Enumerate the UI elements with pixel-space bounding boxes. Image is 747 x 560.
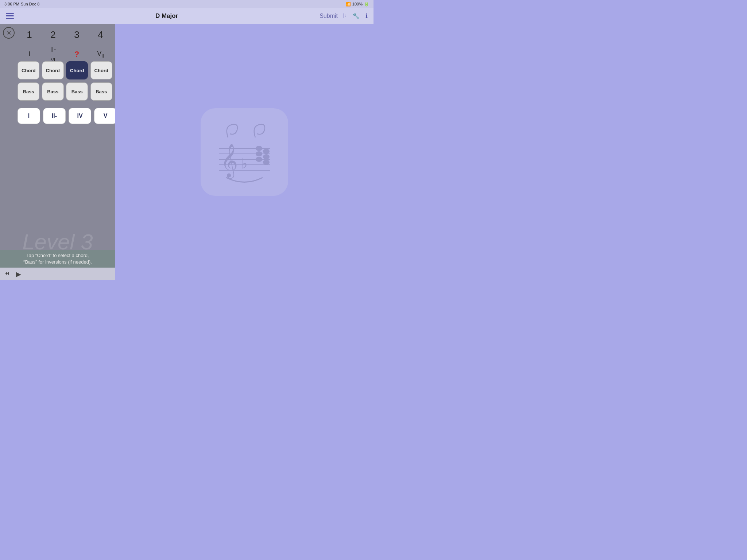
bass-button-4[interactable]: Bass xyxy=(90,82,112,101)
roman-4: VII xyxy=(90,50,112,59)
battery-label: 100% xyxy=(352,2,363,6)
roman-1: I xyxy=(19,50,40,58)
positions-row: 1 2 3 4 xyxy=(18,29,112,40)
right-panel: 𝄞 ♭ xyxy=(115,24,374,280)
close-button[interactable]: ✕ xyxy=(3,27,15,39)
roman-3: ? xyxy=(66,50,88,59)
status-date: Sun Dec 8 xyxy=(21,2,39,6)
svg-point-8 xyxy=(256,151,262,156)
position-2: 2 xyxy=(42,29,64,40)
chord-button-2[interactable]: Chord xyxy=(42,61,64,79)
chord-button-3[interactable]: Chord xyxy=(66,61,88,79)
nav-bar: D Major Submit 𝄆 🔧 ℹ xyxy=(0,8,374,24)
instruction-line-1: Tap “Chord” to select a chord, xyxy=(26,253,89,258)
roman-2: II-VI xyxy=(42,46,64,63)
status-time: 3:06 PM xyxy=(4,2,19,6)
info-icon[interactable]: ℹ xyxy=(365,12,368,19)
svg-text:𝄞: 𝄞 xyxy=(221,144,238,179)
settings-icon[interactable]: 🔧 xyxy=(352,12,360,19)
position-3: 3 xyxy=(66,29,88,40)
instruction-text: Tap “Chord” to select a chord, “Bass” fo… xyxy=(23,252,92,265)
status-bar: 3:06 PM Sun Dec 8 📶 100% 🔋 xyxy=(0,0,374,8)
answer-button-V[interactable]: V xyxy=(94,108,117,124)
bass-button-3[interactable]: Bass xyxy=(66,82,88,101)
chord-button-4[interactable]: Chord xyxy=(90,61,112,79)
hamburger-line-1 xyxy=(6,13,14,14)
roman-row: I II-VI ? VII xyxy=(18,46,112,63)
app-icon: 𝄞 ♭ xyxy=(201,108,288,196)
submit-button[interactable]: Submit xyxy=(320,13,338,19)
wifi-icon: 📶 xyxy=(346,2,351,7)
svg-point-7 xyxy=(256,146,262,151)
answer-button-II[interactable]: II- xyxy=(43,108,66,124)
hamburger-line-2 xyxy=(6,15,14,16)
playback-bar: ⏮ ▶ xyxy=(0,268,115,280)
answer-button-IV[interactable]: IV xyxy=(69,108,91,124)
chord-grid: Chord Chord Chord Chord Bass Bass Bass B… xyxy=(18,61,112,101)
hamburger-line-3 xyxy=(6,18,14,19)
instruction-line-2: “Bass” for inversions (if needed). xyxy=(23,259,92,265)
svg-point-12 xyxy=(263,160,270,165)
position-1: 1 xyxy=(19,29,40,40)
battery-icon: 🔋 xyxy=(364,2,369,7)
left-panel: ✕ 1 2 3 4 I II-VI ? VII Chord Chord Chor… xyxy=(0,24,115,280)
nav-right-group: Submit 𝄆 🔧 ℹ xyxy=(320,12,368,19)
status-right: 📶 100% 🔋 xyxy=(346,2,369,7)
instruction-bar: Tap “Chord” to select a chord, “Bass” fo… xyxy=(0,250,115,268)
position-4: 4 xyxy=(90,29,112,40)
menu-button[interactable] xyxy=(6,13,14,19)
answer-row: I II- IV V xyxy=(18,108,117,124)
rewind-button[interactable]: ⏮ xyxy=(4,270,12,277)
app-icon-svg: 𝄞 ♭ xyxy=(208,116,281,188)
chord-buttons-row: Chord Chord Chord Chord xyxy=(18,61,112,79)
answer-button-I[interactable]: I xyxy=(18,108,40,124)
bass-buttons-row: Bass Bass Bass Bass xyxy=(18,82,112,101)
page-title: D Major xyxy=(155,12,178,20)
chord-button-1[interactable]: Chord xyxy=(18,61,39,79)
svg-point-11 xyxy=(263,154,270,159)
play-button[interactable]: ▶ xyxy=(16,270,23,277)
status-left: 3:06 PM Sun Dec 8 xyxy=(4,2,39,6)
svg-point-10 xyxy=(263,149,270,154)
nav-left xyxy=(6,13,14,19)
edit-icon[interactable]: 𝄆 xyxy=(344,13,347,19)
svg-point-9 xyxy=(256,157,262,162)
svg-text:♭: ♭ xyxy=(241,155,248,172)
bass-button-2[interactable]: Bass xyxy=(42,82,64,101)
bass-button-1[interactable]: Bass xyxy=(18,82,39,101)
